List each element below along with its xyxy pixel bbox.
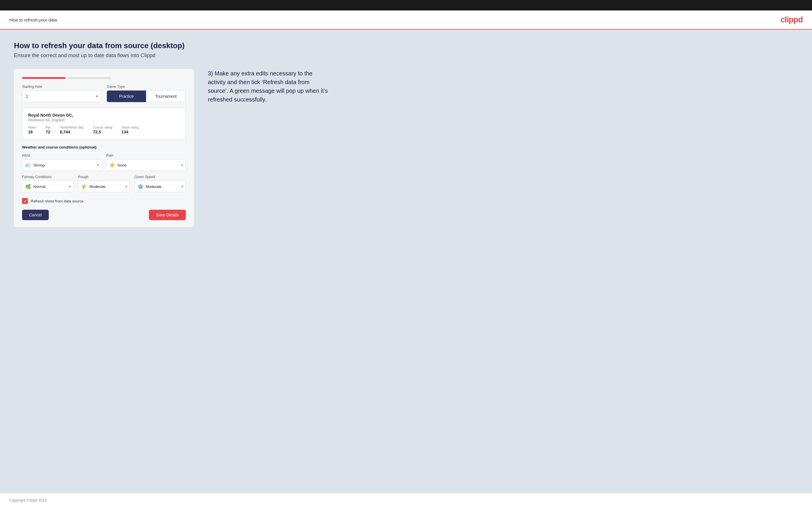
conditions-section-label: Weather and course conditions (optional) bbox=[22, 145, 186, 149]
copyright-text: Copyright Clippd 2022 bbox=[9, 498, 47, 502]
starting-hole-game-type-row: Starting Hole 1 10 ▾ Game Type Practice … bbox=[22, 85, 186, 102]
main-content: How to refresh your data from source (de… bbox=[0, 30, 812, 493]
refresh-checkbox-label: Refresh shots from data source bbox=[31, 199, 83, 203]
holes-value: 18 bbox=[28, 130, 36, 134]
save-button[interactable]: Save Details bbox=[149, 210, 186, 220]
tournament-button[interactable]: Tournament bbox=[146, 91, 186, 102]
green-speed-label: Green Speed bbox=[135, 175, 186, 179]
wind-select-wrapper[interactable]: 💨 Strong Light None ▾ bbox=[22, 159, 102, 171]
cancel-button[interactable]: Cancel bbox=[22, 210, 49, 220]
par-label: Par bbox=[46, 126, 51, 129]
yards-stat: Yards/White (M)) 6,744 bbox=[60, 126, 84, 134]
starting-hole-select-wrapper[interactable]: 1 10 ▾ bbox=[22, 91, 101, 102]
rain-label: Rain bbox=[106, 154, 186, 158]
green-speed-select[interactable]: Moderate Slow Fast bbox=[146, 184, 183, 189]
instruction-text: 3) Make any extra edits necessary to the… bbox=[208, 69, 330, 104]
course-rating-value: 72.5 bbox=[93, 130, 112, 134]
rain-select-wrapper[interactable]: ☀️ None Light Heavy ▾ bbox=[106, 159, 186, 171]
game-type-group: Game Type Practice Tournament bbox=[107, 85, 186, 102]
wind-icon: 💨 bbox=[25, 162, 31, 168]
yards-label: Yards/White (M)) bbox=[60, 126, 84, 129]
course-location: Westward Hol, England bbox=[28, 118, 73, 122]
course-rating-stat: Course rating 72.5 bbox=[93, 126, 112, 134]
checkmark-icon: ✓ bbox=[23, 199, 27, 203]
starting-hole-group: Starting Hole 1 10 ▾ bbox=[22, 85, 101, 102]
course-name-location: Royal North Devon GC, Westward Hol, Engl… bbox=[28, 113, 73, 122]
conditions-second-row: Fairway Conditions 🌿 Normal Soft Firm ▾ bbox=[22, 175, 186, 192]
logo: clippd bbox=[781, 15, 803, 24]
green-speed-select-wrapper[interactable]: ⚙️ Moderate Slow Fast ▾ bbox=[135, 181, 186, 192]
wind-group: Wind 💨 Strong Light None ▾ bbox=[22, 154, 102, 171]
tab-bar-segment-1 bbox=[22, 77, 66, 79]
starting-hole-label: Starting Hole bbox=[22, 85, 101, 89]
yards-value: 6,744 bbox=[60, 130, 84, 134]
green-speed-icon: ⚙️ bbox=[138, 184, 143, 189]
par-value: 72 bbox=[46, 130, 51, 134]
course-card: Royal North Devon GC, Westward Hol, Engl… bbox=[22, 108, 186, 139]
page-subtitle: Ensure the correct and most up to date d… bbox=[14, 53, 798, 59]
fairway-label: Fairway Conditions bbox=[22, 175, 73, 179]
wind-select[interactable]: Strong Light None bbox=[33, 163, 98, 167]
form-actions: Cancel Save Details bbox=[22, 210, 186, 220]
course-rating-label: Course rating bbox=[93, 126, 112, 129]
course-header-row: Royal North Devon GC, Westward Hol, Engl… bbox=[28, 113, 180, 122]
course-stats: Holes 18 Par 72 Yards/White (M)) 6,744 C… bbox=[28, 126, 180, 134]
top-bar bbox=[0, 0, 812, 10]
course-name: Royal North Devon GC, bbox=[28, 113, 73, 117]
rough-select[interactable]: Moderate Light Heavy bbox=[89, 184, 126, 189]
holes-stat: Holes 18 bbox=[28, 126, 36, 134]
holes-label: Holes bbox=[28, 126, 36, 129]
starting-hole-select[interactable]: 1 10 bbox=[26, 94, 97, 99]
fairway-select-wrapper[interactable]: 🌿 Normal Soft Firm ▾ bbox=[22, 181, 73, 192]
rain-icon: ☀️ bbox=[109, 162, 115, 168]
practice-button[interactable]: Practice bbox=[107, 91, 146, 102]
slope-rating-value: 134 bbox=[122, 130, 139, 134]
rough-label: Rough bbox=[78, 175, 130, 179]
footer: Copyright Clippd 2022 bbox=[0, 493, 812, 507]
form-panel: Starting Hole 1 10 ▾ Game Type Practice … bbox=[14, 69, 194, 227]
rough-group: Rough 🌾 Moderate Light Heavy ▾ bbox=[78, 175, 130, 192]
conditions-section: Weather and course conditions (optional)… bbox=[22, 145, 186, 192]
slope-rating-stat: Slope rating 134 bbox=[122, 126, 139, 134]
green-speed-group: Green Speed ⚙️ Moderate Slow Fast ▾ bbox=[135, 175, 186, 192]
rough-icon: 🌾 bbox=[81, 184, 87, 189]
header: How to refresh your data clippd bbox=[0, 10, 812, 30]
wind-rain-row: Wind 💨 Strong Light None ▾ Rain bbox=[22, 154, 186, 171]
fairway-icon: 🌿 bbox=[25, 184, 31, 189]
rough-select-wrapper[interactable]: 🌾 Moderate Light Heavy ▾ bbox=[78, 181, 130, 192]
slope-rating-label: Slope rating bbox=[122, 126, 139, 129]
content-area: Starting Hole 1 10 ▾ Game Type Practice … bbox=[14, 69, 798, 227]
par-stat: Par 72 bbox=[46, 126, 51, 134]
wind-label: Wind bbox=[22, 154, 102, 158]
top-tabs-placeholder bbox=[22, 77, 186, 79]
page-title: How to refresh your data from source (de… bbox=[14, 41, 798, 50]
instruction-content: 3) Make any extra edits necessary to the… bbox=[208, 70, 328, 103]
tab-bar-segment-2 bbox=[68, 77, 111, 79]
fairway-group: Fairway Conditions 🌿 Normal Soft Firm ▾ bbox=[22, 175, 73, 192]
rain-group: Rain ☀️ None Light Heavy ▾ bbox=[106, 154, 186, 171]
refresh-checkbox-row: ✓ Refresh shots from data source bbox=[22, 198, 186, 204]
game-type-buttons: Practice Tournament bbox=[107, 91, 186, 102]
header-title: How to refresh your data bbox=[9, 17, 57, 22]
fairway-select[interactable]: Normal Soft Firm bbox=[33, 184, 70, 189]
refresh-checkbox[interactable]: ✓ bbox=[22, 198, 28, 204]
game-type-label: Game Type bbox=[107, 85, 186, 89]
rain-select[interactable]: None Light Heavy bbox=[117, 163, 183, 167]
